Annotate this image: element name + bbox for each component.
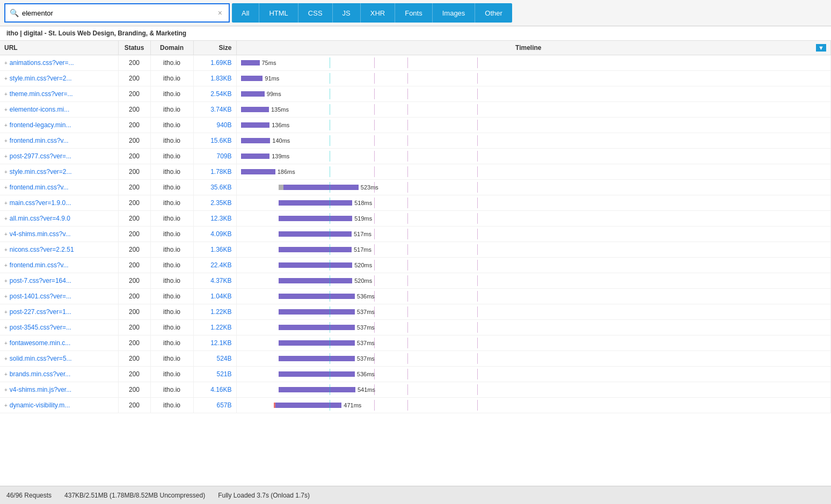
tab-fonts[interactable]: Fonts [395,3,433,23]
table-body: +animations.css?ver=...200itho.io1.69KB … [0,55,831,413]
expand-icon[interactable]: + [4,60,8,66]
expand-icon[interactable]: + [4,138,8,144]
cell-size: 22.4KB [193,258,236,273]
expand-icon[interactable]: + [4,371,8,377]
expand-icon[interactable]: + [4,294,8,300]
cell-timeline: 517ms [236,227,831,242]
url-text[interactable]: frontend.min.css?v... [10,261,69,269]
tab-all[interactable]: All [232,3,259,23]
url-text[interactable]: brands.min.css?ver... [10,370,70,378]
url-text[interactable]: all.min.css?ver=4.9.0 [10,215,70,222]
cell-timeline: 135ms [236,102,831,118]
url-text[interactable]: frontend.min.css?v... [10,184,69,191]
cell-size: 1.22KB [193,304,236,320]
expand-icon[interactable]: + [4,387,8,393]
tab-css[interactable]: CSS [298,3,333,23]
url-text[interactable]: post-227.css?ver=1... [10,308,71,316]
expand-icon[interactable]: + [4,91,8,97]
url-text[interactable]: animations.css?ver=... [10,59,74,67]
url-text[interactable]: frontend-legacy.min... [10,121,71,129]
tab-xhr[interactable]: XHR [361,3,395,23]
table-row[interactable]: +v4-shims.min.css?v...200itho.io4.09KB 5… [0,227,831,242]
cell-domain: itho.io [150,382,193,398]
status-requests: 46/96 Requests [6,492,52,499]
table-row[interactable]: +all.min.css?ver=4.9.0200itho.io12.3KB 5… [0,211,831,227]
expand-icon[interactable]: + [4,169,8,175]
expand-icon[interactable]: + [4,309,8,315]
url-text[interactable]: post-3545.css?ver=... [10,324,71,331]
tab-html[interactable]: HTML [259,3,298,23]
table-row[interactable]: +nicons.css?ver=2.2.51200itho.io1.36KB 5… [0,242,831,258]
table-row[interactable]: +solid.min.css?ver=5...200itho.io524B 53… [0,351,831,367]
url-text[interactable]: dynamic-visibility.m... [10,401,70,409]
table-row[interactable]: +brands.min.css?ver...200itho.io521B 536… [0,367,831,382]
cell-size: 2.54KB [193,86,236,102]
expand-icon[interactable]: + [4,231,8,237]
expand-icon[interactable]: + [4,107,8,113]
table-row[interactable]: +frontend-legacy.min...200itho.io940B 13… [0,118,831,133]
url-text[interactable]: theme.min.css?ver=... [10,90,73,98]
search-input[interactable] [22,9,216,17]
url-text[interactable]: fontawesome.min.c... [10,339,70,347]
cell-size: 15.6KB [193,133,236,149]
table-row[interactable]: +post-7.css?ver=164...200itho.io4.37KB 5… [0,273,831,289]
expand-icon[interactable]: + [4,185,8,191]
table-row[interactable]: +main.css?ver=1.9.0...200itho.io2.35KB 5… [0,195,831,211]
url-text[interactable]: post-2977.css?ver=... [10,152,71,160]
url-text[interactable]: elementor-icons.mi... [10,106,69,113]
url-text[interactable]: style.min.css?ver=2... [10,75,72,82]
table-row[interactable]: +style.min.css?ver=2...200itho.io1.78KB … [0,164,831,180]
table-row[interactable]: +post-3545.css?ver=...200itho.io1.22KB 5… [0,320,831,335]
cell-status: 200 [118,367,150,382]
expand-icon[interactable]: + [4,122,8,128]
expand-icon[interactable]: + [4,76,8,82]
url-text[interactable]: frontend.min.css?v... [10,137,69,144]
url-text[interactable]: v4-shims.min.css?v... [10,230,71,238]
url-text[interactable]: v4-shims.min.js?ver... [10,386,71,393]
tab-other[interactable]: Other [475,3,512,23]
header-timeline[interactable]: Timeline ▼ [236,41,831,55]
table-row[interactable]: +post-2977.css?ver=...200itho.io709B 139… [0,149,831,164]
table-row[interactable]: +dynamic-visibility.m...200itho.io657B 4… [0,398,831,413]
table-row[interactable]: +elementor-icons.mi...200itho.io3.74KB 1… [0,102,831,118]
cell-size: 1.04KB [193,289,236,304]
tab-js[interactable]: JS [333,3,361,23]
cell-url: +v4-shims.min.js?ver... [0,382,118,398]
url-text[interactable]: main.css?ver=1.9.0... [10,199,71,207]
cell-url: +animations.css?ver=... [0,55,118,71]
table-row[interactable]: +style.min.css?ver=2...200itho.io1.83KB … [0,71,831,86]
expand-icon[interactable]: + [4,262,8,268]
expand-icon[interactable]: + [4,154,8,159]
search-icon: 🔍 [10,9,19,17]
cell-timeline: 520ms [236,258,831,273]
url-text[interactable]: nicons.css?ver=2.2.51 [10,246,74,253]
expand-icon[interactable]: + [4,216,8,222]
table-row[interactable]: +theme.min.css?ver=...200itho.io2.54KB 9… [0,86,831,102]
cell-timeline: 186ms [236,164,831,180]
table-row[interactable]: +post-227.css?ver=1...200itho.io1.22KB 5… [0,304,831,320]
expand-icon[interactable]: + [4,278,8,284]
table-row[interactable]: +post-1401.css?ver=...200itho.io1.04KB 5… [0,289,831,304]
cell-status: 200 [118,86,150,102]
table-row[interactable]: +v4-shims.min.js?ver...200itho.io4.16KB … [0,382,831,398]
expand-icon[interactable]: + [4,200,8,206]
tab-images[interactable]: Images [433,3,476,23]
table-row[interactable]: +frontend.min.css?v...200itho.io35.6KB 5… [0,180,831,195]
expand-icon[interactable]: + [4,403,8,408]
expand-icon[interactable]: + [4,325,8,331]
timeline-dropdown[interactable]: ▼ [816,44,826,52]
expand-icon[interactable]: + [4,340,8,346]
table-row[interactable]: +fontawesome.min.c...200itho.io12.1KB 53… [0,335,831,351]
table-row[interactable]: +animations.css?ver=...200itho.io1.69KB … [0,55,831,71]
clear-icon[interactable]: × [216,8,224,18]
expand-icon[interactable]: + [4,247,8,253]
url-text[interactable]: post-7.css?ver=164... [10,277,71,284]
expand-icon[interactable]: + [4,356,8,362]
network-table-container[interactable]: URL Status Domain Size Timeline ▼ +anima… [0,41,831,485]
table-row[interactable]: +frontend.min.css?v...200itho.io22.4KB 5… [0,258,831,273]
url-text[interactable]: style.min.css?ver=2... [10,168,72,176]
url-text[interactable]: post-1401.css?ver=... [10,293,71,300]
table-row[interactable]: +frontend.min.css?v...200itho.io15.6KB 1… [0,133,831,149]
cell-domain: itho.io [150,258,193,273]
url-text[interactable]: solid.min.css?ver=5... [10,355,72,362]
